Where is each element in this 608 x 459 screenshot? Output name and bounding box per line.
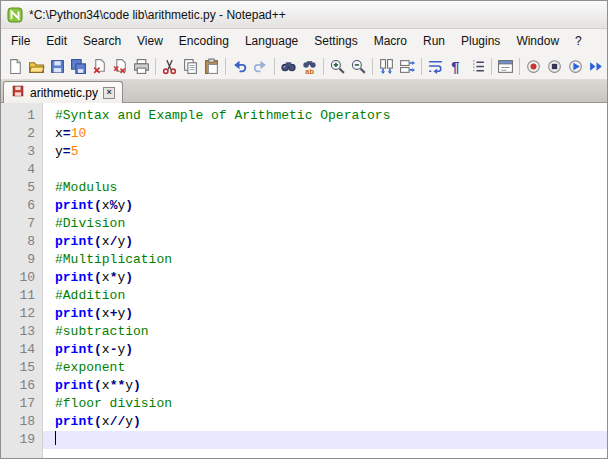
- menu-item-edit[interactable]: Edit: [38, 29, 75, 53]
- line-number-gutter: 12345678910111213141516171819: [1, 103, 43, 458]
- toolbar-separator: [323, 58, 324, 75]
- line-number: 17: [1, 395, 35, 413]
- line-number: 16: [1, 377, 35, 395]
- editor[interactable]: 12345678910111213141516171819 #Syntax an…: [1, 103, 607, 458]
- menu-item-file[interactable]: File: [3, 29, 38, 53]
- line-number: 2: [1, 125, 35, 143]
- tab-close-icon[interactable]: ×: [103, 87, 115, 99]
- menu-item-plugins[interactable]: Plugins: [453, 29, 508, 53]
- menu-item-window[interactable]: Window: [508, 29, 567, 53]
- line-number: 9: [1, 251, 35, 269]
- toolbar-separator: [421, 58, 422, 75]
- cut-icon[interactable]: [159, 56, 180, 77]
- toolbar: ab¶: [1, 53, 607, 80]
- notepadpp-logo-icon: [7, 7, 23, 23]
- svg-text:¶: ¶: [451, 58, 459, 74]
- replace-icon[interactable]: ab: [299, 56, 320, 77]
- open-folder-icon[interactable]: [26, 56, 47, 77]
- code-line[interactable]: #Division: [43, 215, 607, 233]
- code-line[interactable]: print(x%y): [43, 197, 607, 215]
- paste-icon[interactable]: [201, 56, 222, 77]
- sync-vertical-icon[interactable]: [376, 56, 397, 77]
- line-number: 6: [1, 197, 35, 215]
- redo-icon[interactable]: [250, 56, 271, 77]
- user-defined-dialog-icon[interactable]: [495, 56, 516, 77]
- macro-run-multiple-icon[interactable]: [586, 56, 607, 77]
- save-all-icon[interactable]: [68, 56, 89, 77]
- svg-text:ab: ab: [305, 66, 314, 74]
- menu-item-search[interactable]: Search: [75, 29, 129, 53]
- code-line[interactable]: #Addition: [43, 287, 607, 305]
- toolbar-separator: [274, 58, 275, 75]
- sync-horizontal-icon[interactable]: [397, 56, 418, 77]
- tab-label: arithmetic.py: [30, 86, 98, 100]
- line-number: 4: [1, 161, 35, 179]
- line-number: 13: [1, 323, 35, 341]
- undo-icon[interactable]: [229, 56, 250, 77]
- menu-bar: FileEditSearchViewEncodingLanguageSettin…: [1, 29, 607, 53]
- menu-item-view[interactable]: View: [129, 29, 171, 53]
- code-line[interactable]: [43, 161, 607, 179]
- code-line[interactable]: #Modulus: [43, 179, 607, 197]
- macro-stop-icon[interactable]: [544, 56, 565, 77]
- close-all-icon[interactable]: [110, 56, 131, 77]
- line-number: 5: [1, 179, 35, 197]
- line-number: 14: [1, 341, 35, 359]
- line-number: 12: [1, 305, 35, 323]
- code-line[interactable]: y=5: [43, 143, 607, 161]
- notepadpp-window: *C:\Python34\code lib\arithmetic.py - No…: [0, 0, 608, 459]
- code-line[interactable]: #Multiplication: [43, 251, 607, 269]
- code-line[interactable]: print(x/y): [43, 233, 607, 251]
- show-all-chars-icon[interactable]: ¶: [446, 56, 467, 77]
- line-number: 15: [1, 359, 35, 377]
- line-number: 19: [1, 431, 35, 449]
- line-number: 11: [1, 287, 35, 305]
- close-icon[interactable]: [89, 56, 110, 77]
- line-number: 1: [1, 107, 35, 125]
- code-line[interactable]: [43, 431, 607, 449]
- code-line[interactable]: print(x**y): [43, 377, 607, 395]
- tab-arithmetic-py[interactable]: arithmetic.py ×: [3, 81, 123, 103]
- toolbar-separator: [225, 58, 226, 75]
- line-number: 3: [1, 143, 35, 161]
- copy-icon[interactable]: [180, 56, 201, 77]
- line-number: 10: [1, 269, 35, 287]
- new-file-icon[interactable]: [5, 56, 26, 77]
- macro-record-icon[interactable]: [523, 56, 544, 77]
- code-line[interactable]: print(x-y): [43, 341, 607, 359]
- menu-item-run[interactable]: Run: [415, 29, 453, 53]
- title-bar: *C:\Python34\code lib\arithmetic.py - No…: [1, 1, 607, 29]
- menu-item-language[interactable]: Language: [237, 29, 306, 53]
- zoom-in-icon[interactable]: [327, 56, 348, 77]
- line-number: 7: [1, 215, 35, 233]
- code-line[interactable]: x=10: [43, 125, 607, 143]
- save-icon[interactable]: [47, 56, 68, 77]
- line-number: 18: [1, 413, 35, 431]
- code-line[interactable]: print(x+y): [43, 305, 607, 323]
- code-line[interactable]: print(x*y): [43, 269, 607, 287]
- code-line[interactable]: #exponent: [43, 359, 607, 377]
- line-number: 8: [1, 233, 35, 251]
- code-line[interactable]: #floor division: [43, 395, 607, 413]
- text-caret: [55, 431, 56, 445]
- find-icon[interactable]: [278, 56, 299, 77]
- code-line[interactable]: #Syntax and Example of Arithmetic Operat…: [43, 107, 607, 125]
- zoom-out-icon[interactable]: [348, 56, 369, 77]
- window-title: *C:\Python34\code lib\arithmetic.py - No…: [29, 8, 286, 22]
- toolbar-separator: [372, 58, 373, 75]
- print-icon[interactable]: [131, 56, 152, 77]
- code-area[interactable]: #Syntax and Example of Arithmetic Operat…: [43, 103, 607, 458]
- macro-play-icon[interactable]: [565, 56, 586, 77]
- word-wrap-icon[interactable]: [425, 56, 446, 77]
- code-line[interactable]: print(x//y): [43, 413, 607, 431]
- code-line[interactable]: #subtraction: [43, 323, 607, 341]
- toolbar-separator: [491, 58, 492, 75]
- tab-bar: arithmetic.py ×: [1, 80, 607, 103]
- show-indent-guide-icon[interactable]: [467, 56, 488, 77]
- toolbar-separator: [155, 58, 156, 75]
- menu-item-encoding[interactable]: Encoding: [171, 29, 237, 53]
- menu-item-help[interactable]: ?: [567, 29, 590, 53]
- modified-file-icon: [11, 84, 25, 101]
- menu-item-settings[interactable]: Settings: [306, 29, 365, 53]
- menu-item-macro[interactable]: Macro: [366, 29, 415, 53]
